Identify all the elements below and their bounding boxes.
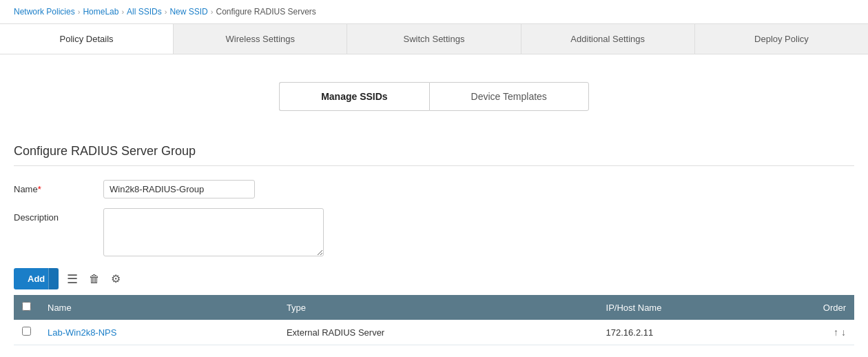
- sub-tab-manage-ssids[interactable]: Manage SSIDs: [279, 82, 428, 111]
- settings-icon[interactable]: ⚙: [108, 269, 123, 288]
- row-checkbox-cell: [14, 320, 39, 345]
- select-all-checkbox[interactable]: [22, 302, 31, 311]
- th-name: Name: [39, 295, 278, 320]
- row-checkbox[interactable]: [22, 327, 31, 336]
- tab-additional-settings[interactable]: Additional Settings: [521, 24, 695, 54]
- sub-tab-device-templates[interactable]: Device Templates: [429, 82, 589, 111]
- row-name-link[interactable]: Lab-Win2k8-NPS: [48, 327, 116, 338]
- breadcrumb-sep-1: ›: [78, 8, 81, 16]
- order-up-button[interactable]: ↑: [834, 327, 838, 338]
- table-row: Lab-Win2k8-NPS External RADIUS Server 17…: [14, 320, 854, 345]
- top-nav: Policy Details Wireless Settings Switch …: [0, 23, 868, 54]
- name-row: Name*: [14, 180, 854, 198]
- tab-switch-settings[interactable]: Switch Settings: [347, 24, 521, 54]
- breadcrumb-sep-4: ›: [211, 8, 214, 16]
- sub-tabs: Manage SSIDs Device Templates: [279, 82, 589, 111]
- radius-table: Name Type IP/Host Name Order Lab-Win2k8-…: [14, 295, 854, 345]
- description-label: Description: [14, 208, 103, 223]
- toolbar: Add ☰ 🗑 ⚙: [14, 268, 854, 295]
- table-header-row: Name Type IP/Host Name Order: [14, 295, 854, 320]
- th-type: Type: [278, 295, 598, 320]
- breadcrumb-network-policies[interactable]: Network Policies: [14, 7, 75, 17]
- add-button[interactable]: Add: [14, 268, 59, 289]
- name-input-wrapper: [103, 180, 255, 198]
- order-arrows: ↑ ↓: [807, 327, 846, 338]
- name-label: Name*: [14, 180, 103, 194]
- tab-deploy-policy[interactable]: Deploy Policy: [695, 24, 868, 54]
- th-checkbox: [14, 295, 39, 320]
- description-row: Description: [14, 208, 854, 258]
- row-order-cell: ↑ ↓: [799, 320, 854, 345]
- filter-icon[interactable]: ☰: [64, 269, 81, 289]
- description-textarea[interactable]: [103, 208, 324, 256]
- breadcrumb-current: Configure RADIUS Servers: [216, 7, 316, 17]
- breadcrumb-homelab[interactable]: HomeLab: [83, 7, 118, 17]
- breadcrumb-sep-3: ›: [165, 8, 167, 16]
- breadcrumb-new-ssid[interactable]: New SSID: [169, 7, 207, 17]
- page-content: Configure RADIUS Server Group Name* Desc…: [0, 144, 868, 357]
- breadcrumb: Network Policies › HomeLab › All SSIDs ›…: [0, 0, 868, 23]
- row-type-cell: External RADIUS Server: [278, 320, 598, 345]
- tab-wireless-settings[interactable]: Wireless Settings: [174, 24, 347, 54]
- row-ip-cell: 172.16.2.11: [598, 320, 799, 345]
- breadcrumb-all-ssids[interactable]: All SSIDs: [127, 7, 162, 17]
- tab-policy-details[interactable]: Policy Details: [0, 24, 174, 54]
- order-down-button[interactable]: ↓: [841, 327, 846, 338]
- th-order: Order: [799, 295, 854, 320]
- row-name-cell: Lab-Win2k8-NPS: [39, 320, 278, 345]
- th-ip-host: IP/Host Name: [598, 295, 799, 320]
- section-title: Configure RADIUS Server Group: [14, 144, 854, 166]
- breadcrumb-sep-2: ›: [121, 8, 124, 16]
- description-input-wrapper: [103, 208, 324, 258]
- name-input[interactable]: [103, 180, 255, 198]
- delete-icon[interactable]: 🗑: [86, 270, 103, 288]
